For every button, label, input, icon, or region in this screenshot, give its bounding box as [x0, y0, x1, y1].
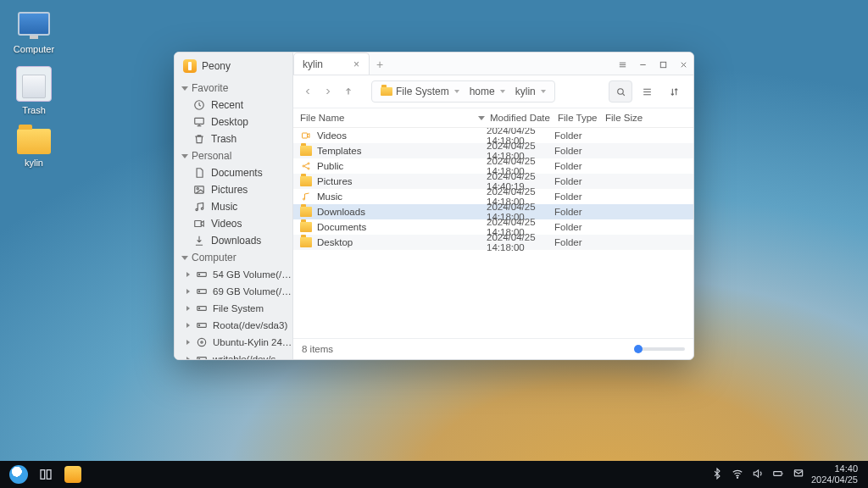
svg-point-3 — [197, 188, 198, 190]
nav-up-button[interactable] — [341, 84, 356, 99]
chevron-down-icon — [181, 154, 188, 158]
battery-icon[interactable] — [772, 468, 784, 481]
sort-button[interactable] — [665, 81, 687, 102]
svg-rect-19 — [660, 62, 665, 67]
desktop-icon-computer[interactable]: Computer — [7, 7, 61, 54]
sidebar-item-videos[interactable]: Videos — [175, 215, 292, 232]
column-type[interactable]: File Type — [558, 113, 605, 123]
system-tray — [711, 468, 804, 481]
svg-point-15 — [198, 338, 205, 346]
chevron-down-icon — [454, 90, 459, 93]
sidebar-section-computer[interactable]: Computer — [175, 249, 292, 266]
new-tab-button[interactable]: + — [370, 54, 390, 75]
task-view-button[interactable] — [34, 463, 58, 486]
svg-rect-2 — [195, 186, 204, 193]
clock-icon — [193, 99, 205, 111]
file-name: Templates — [317, 146, 487, 156]
breadcrumb-kylin[interactable]: kylin — [510, 86, 551, 97]
file-type: Folder — [554, 176, 602, 186]
nav-back-button[interactable] — [300, 84, 315, 99]
disk-icon — [196, 353, 208, 359]
image-icon — [193, 184, 205, 196]
share-icon — [300, 161, 312, 171]
sidebar-section-personal[interactable]: Personal — [175, 147, 292, 164]
svg-point-24 — [308, 168, 309, 169]
breadcrumb-home[interactable]: home — [465, 86, 510, 97]
svg-point-10 — [199, 291, 200, 291]
bluetooth-icon[interactable] — [711, 468, 723, 481]
sidebar-item-desktop[interactable]: Desktop — [175, 114, 292, 130]
chevron-down-icon — [181, 256, 188, 260]
wifi-icon[interactable] — [732, 468, 743, 481]
disk-icon — [196, 269, 208, 280]
column-size[interactable]: File Size — [605, 113, 648, 123]
svg-point-4 — [196, 208, 198, 210]
desktop-icon-label: Trash — [7, 105, 61, 115]
volume-icon[interactable] — [752, 468, 764, 481]
nav-forward-button[interactable] — [320, 84, 336, 99]
file-list[interactable]: Videos2024/04/25 14:18:00FolderTemplates… — [293, 128, 693, 338]
svg-point-18 — [199, 358, 200, 359]
svg-rect-27 — [47, 470, 51, 480]
column-name[interactable]: File Name — [300, 113, 490, 123]
folder-icon — [300, 207, 312, 217]
sidebar-item-documents[interactable]: Documents — [175, 164, 292, 181]
file-name: Documents — [317, 222, 487, 232]
close-button[interactable] — [673, 54, 693, 75]
sidebar-item-volume-69[interactable]: 69 GB Volume(/… — [175, 283, 292, 300]
hamburger-menu-button[interactable] — [612, 54, 632, 75]
sidebar-item-music[interactable]: Music — [175, 198, 292, 215]
close-tab-icon[interactable]: × — [353, 58, 359, 70]
start-button[interactable] — [7, 463, 31, 486]
svg-point-14 — [199, 324, 200, 325]
search-button[interactable] — [609, 80, 632, 103]
disk-icon — [196, 286, 208, 297]
svg-rect-1 — [195, 118, 204, 124]
sidebar-item-volume-54[interactable]: 54 GB Volume(/… — [175, 266, 292, 283]
sidebar-item-filesystem[interactable]: File System — [175, 300, 292, 317]
sidebar-item-pictures[interactable]: Pictures — [175, 181, 292, 198]
maximize-button[interactable] — [653, 54, 673, 75]
video-icon — [193, 218, 205, 230]
file-row[interactable]: Desktop2024/04/25 14:18:00Folder — [293, 235, 693, 250]
column-modified[interactable]: Modified Date — [490, 113, 558, 123]
tab-label: kylin — [303, 58, 323, 70]
svg-rect-21 — [303, 133, 308, 138]
minimize-button[interactable] — [632, 54, 653, 75]
breadcrumb-root[interactable]: File System — [376, 86, 465, 97]
svg-point-12 — [199, 308, 200, 308]
disk-icon — [196, 302, 208, 314]
sidebar-item-downloads[interactable]: Downloads — [175, 232, 292, 249]
sidebar-item-trash[interactable]: Trash — [175, 130, 292, 147]
sidebar-item-ubuntu[interactable]: Ubuntu-Kylin 24… — [175, 334, 292, 351]
music-icon — [193, 201, 205, 213]
tab[interactable]: kylin × — [293, 53, 370, 75]
computer-icon — [17, 7, 51, 41]
cd-icon — [196, 336, 208, 348]
sidebar-item-writable[interactable]: writable(/dev/s… — [175, 351, 292, 359]
svg-point-22 — [303, 165, 304, 167]
chevron-down-icon — [181, 86, 188, 91]
chevron-right-icon — [186, 272, 190, 277]
file-manager-window: Peony Favorite Recent Desktop Trash Pers… — [174, 52, 694, 360]
svg-rect-29 — [774, 472, 782, 476]
peony-logo-icon — [183, 59, 197, 73]
file-type: Folder — [554, 191, 602, 202]
folder-icon — [300, 222, 312, 232]
desktop-icon-trash[interactable]: Trash — [7, 66, 61, 115]
desktop-icon-home[interactable]: kylin — [7, 125, 61, 168]
taskbar: 14:40 2024/04/25 — [0, 461, 868, 488]
notification-icon[interactable] — [793, 468, 804, 481]
app-title-label: Peony — [202, 60, 231, 72]
view-mode-button[interactable] — [637, 81, 659, 102]
desktop: Computer Trash kylin Peony Favorite Rece… — [0, 0, 868, 488]
sidebar-section-favorite[interactable]: Favorite — [175, 80, 292, 97]
clock-date: 2024/04/25 — [811, 474, 858, 485]
zoom-slider[interactable] — [634, 347, 685, 351]
tab-bar: kylin × + — [293, 53, 693, 75]
sidebar-item-roota[interactable]: Roota(/dev/sda3) — [175, 317, 292, 334]
app-title: Peony — [175, 58, 292, 80]
taskbar-app-peony[interactable] — [61, 463, 85, 486]
sidebar-item-recent[interactable]: Recent — [175, 97, 292, 114]
taskbar-clock[interactable]: 14:40 2024/04/25 — [811, 463, 858, 485]
